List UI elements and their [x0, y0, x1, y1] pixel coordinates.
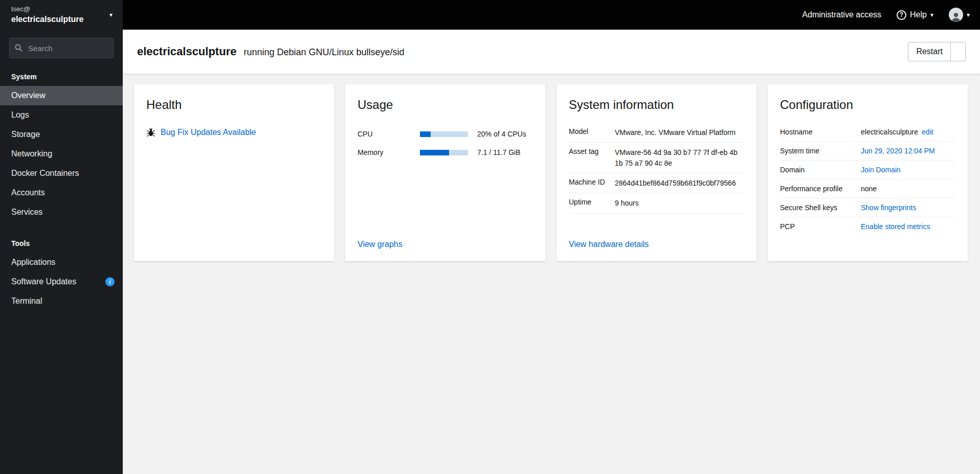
bug-icon — [146, 128, 155, 137]
host-switcher-text: tsec@ electricalsculpture — [11, 5, 83, 25]
secure-shell-keys-label: Secure Shell keys — [780, 204, 861, 212]
pcp-label: PCP — [780, 222, 861, 231]
host-title: electricalsculpture running Debian GNU/L… — [137, 45, 405, 58]
show-fingerprints-link[interactable]: Show fingerprints — [861, 204, 916, 212]
memory-progress-fill — [420, 150, 449, 155]
nav-section-system: System — [0, 63, 123, 86]
sidebar-item-applications[interactable]: Applications — [0, 253, 123, 272]
user-icon — [950, 12, 962, 22]
model-value: VMware, Inc. VMware Virtual Platform — [615, 127, 744, 138]
sysinfo-row-asset-tag: Asset tag VMware-56 4d 9a 30 b7 77 7f df… — [569, 143, 744, 173]
join-domain-link[interactable]: Join Domain — [861, 166, 901, 174]
search-icon — [14, 43, 23, 52]
config-row-domain: Domain Join Domain — [780, 161, 955, 179]
view-hardware-details-link[interactable]: View hardware details — [569, 240, 649, 249]
nav-section-tools: Tools — [0, 222, 123, 253]
memory-usage-value: 7.1 / 11.7 GiB — [477, 148, 521, 156]
main-area: electricalsculpture running Debian GNU/L… — [123, 30, 980, 474]
restart-dropdown-toggle[interactable]: ▾ — [950, 42, 965, 61]
bug-fix-updates-link[interactable]: Bug Fix Updates Available — [161, 128, 256, 137]
usage-card: Usage CPU 20% of 4 CPUs Memory — [345, 84, 545, 261]
sidebar-item-software-updates[interactable]: Software Updates i — [0, 272, 123, 291]
chevron-down-icon: ▾ — [956, 49, 960, 55]
health-card: Health — [134, 84, 334, 261]
sidebar-item-terminal[interactable]: Terminal — [0, 291, 123, 311]
enable-stored-metrics-link[interactable]: Enable stored metrics — [861, 222, 930, 231]
asset-tag-value: VMware-56 4d 9a 30 b7 77 7f df-eb 4b 1b … — [615, 147, 744, 168]
sidebar-item-services[interactable]: Services — [0, 202, 123, 222]
card-title-configuration: Configuration — [780, 97, 955, 112]
page-title: electricalsculpture — [137, 45, 236, 58]
info-icon: i — [105, 277, 115, 286]
sidebar-item-accounts[interactable]: Accounts — [0, 183, 123, 202]
os-description: running Debian GNU/Linux bullseye/sid — [243, 47, 404, 58]
performance-profile-label: Performance profile — [780, 185, 861, 193]
help-icon: ? — [897, 10, 906, 20]
avatar — [949, 8, 963, 22]
sidebar-item-logs[interactable]: Logs — [0, 105, 123, 125]
system-time-label: System time — [780, 147, 861, 155]
machine-id-label: Machine ID — [569, 178, 615, 188]
configuration-card: Configuration Hostname electricalsculptu… — [768, 84, 968, 261]
cpu-progress-bar — [420, 131, 468, 137]
sysinfo-row-model: Model VMware, Inc. VMware Virtual Platfo… — [569, 123, 744, 143]
session-menu[interactable]: ▾ — [949, 8, 970, 22]
uptime-value: 9 hours — [615, 198, 744, 208]
system-information-card: System information Model VMware, Inc. VM… — [556, 84, 756, 261]
edit-hostname-link[interactable]: edit — [922, 128, 933, 136]
chevron-down-icon: ▾ — [967, 12, 970, 18]
sidebar-item-docker-containers[interactable]: Docker Containers — [0, 164, 123, 183]
sysinfo-row-machine-id: Machine ID 2864d41bef864d759b681f9c0bf79… — [569, 173, 744, 193]
cpu-progress-fill — [420, 131, 431, 137]
performance-profile-value: none — [861, 185, 877, 193]
help-menu[interactable]: ? Help ▾ — [897, 10, 933, 20]
logged-in-user: tsec@ — [11, 5, 83, 14]
sidebar-item-storage[interactable]: Storage — [0, 125, 123, 144]
cpu-label: CPU — [358, 130, 420, 138]
sidebar-item-overview[interactable]: Overview — [0, 86, 123, 105]
domain-label: Domain — [780, 166, 861, 174]
host-masthead: electricalsculpture running Debian GNU/L… — [123, 30, 980, 74]
config-row-pcp: PCP Enable stored metrics — [780, 217, 955, 236]
help-label: Help — [910, 10, 927, 19]
config-row-hostname: Hostname electricalsculpture edit — [780, 123, 955, 142]
system-time-link[interactable]: Jun 29, 2020 12:04 PM — [861, 147, 935, 155]
cpu-usage-value: 20% of 4 CPUs — [477, 130, 526, 138]
memory-progress-bar — [420, 150, 468, 155]
machine-id-value: 2864d41bef864d759b681f9c0bf79566 — [615, 178, 744, 188]
administrative-access-label: Administrative access — [802, 10, 881, 19]
restart-button[interactable]: Restart — [908, 42, 950, 61]
current-host: electricalsculpture — [11, 14, 83, 25]
sidebar-nav: System Overview Logs Storage Networking … — [0, 63, 123, 311]
topbar: Administrative access ? Help ▾ ▾ — [123, 0, 980, 30]
cockpit-app: tsec@ electricalsculpture ▾ System Overv… — [0, 0, 980, 474]
restart-split-button: Restart ▾ — [908, 42, 966, 61]
health-item: Bug Fix Updates Available — [146, 128, 322, 137]
administrative-access-button[interactable]: Administrative access — [802, 10, 881, 19]
chevron-down-icon: ▾ — [109, 12, 113, 18]
configuration-table: Hostname electricalsculpture edit System… — [780, 123, 955, 236]
hostname-value: electricalsculpture edit — [861, 128, 955, 136]
card-title-system-information: System information — [569, 97, 744, 112]
config-row-system-time: System time Jun 29, 2020 12:04 PM — [780, 142, 955, 161]
search-input[interactable] — [9, 38, 114, 58]
usage-row-memory: Memory 7.1 / 11.7 GiB — [358, 143, 533, 162]
memory-label: Memory — [358, 148, 420, 156]
card-title-usage: Usage — [358, 97, 533, 112]
overview-cards: Health — [123, 74, 980, 474]
config-row-performance-profile: Performance profile none — [780, 179, 955, 198]
uptime-label: Uptime — [569, 198, 615, 208]
model-label: Model — [569, 127, 615, 138]
usage-table: CPU 20% of 4 CPUs Memory 7.1 / 11.7 GiB — [358, 125, 533, 162]
chevron-down-icon: ▾ — [930, 12, 933, 18]
hostname-label: Hostname — [780, 128, 861, 136]
config-row-secure-shell-keys: Secure Shell keys Show fingerprints — [780, 198, 955, 217]
system-information-table: Model VMware, Inc. VMware Virtual Platfo… — [569, 123, 744, 213]
sidebar-item-networking[interactable]: Networking — [0, 144, 123, 164]
sidebar: tsec@ electricalsculpture ▾ System Overv… — [0, 0, 123, 474]
host-switcher[interactable]: tsec@ electricalsculpture ▾ — [0, 0, 123, 30]
asset-tag-label: Asset tag — [569, 147, 615, 168]
sidebar-item-label: Software Updates — [11, 277, 76, 286]
card-title-health: Health — [146, 97, 322, 112]
view-graphs-link[interactable]: View graphs — [358, 240, 403, 249]
